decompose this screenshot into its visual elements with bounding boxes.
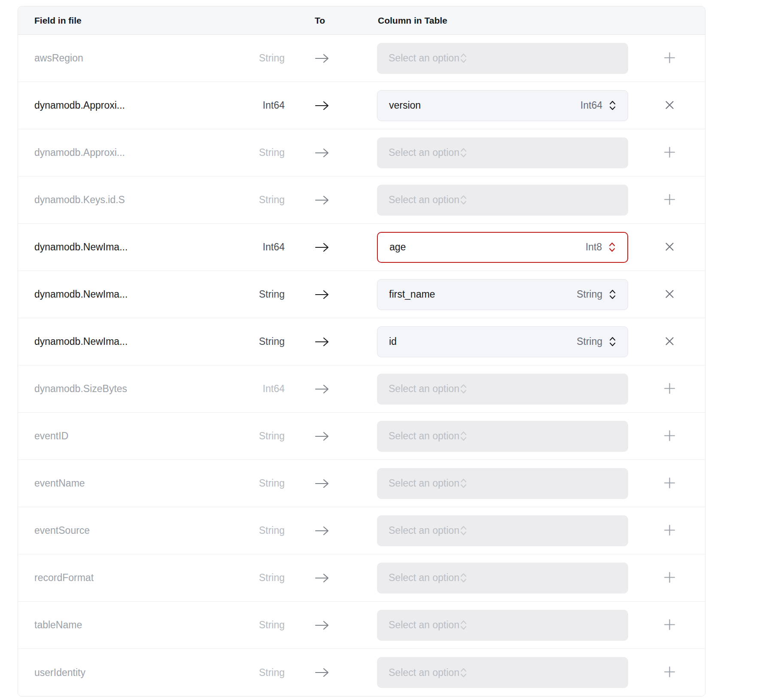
field-type: String bbox=[259, 194, 285, 206]
updown-chevron-icon bbox=[608, 336, 617, 347]
add-mapping-button[interactable] bbox=[660, 473, 680, 494]
arrow-right-icon bbox=[315, 147, 329, 158]
column-header-to: To bbox=[315, 15, 325, 26]
column-select[interactable]: age Int8 bbox=[377, 232, 628, 263]
updown-chevron-icon bbox=[459, 667, 468, 679]
arrow-right-icon bbox=[315, 53, 329, 64]
add-mapping-button[interactable] bbox=[660, 48, 680, 69]
column-select-value: Select an option bbox=[389, 194, 459, 206]
column-select-value: Select an option bbox=[389, 147, 459, 158]
field-type: String bbox=[259, 478, 285, 489]
column-select[interactable]: Select an option bbox=[377, 657, 628, 688]
mapping-rows: awsRegion String Select an option bbox=[18, 35, 705, 696]
plus-icon bbox=[663, 618, 676, 633]
column-select[interactable]: id String bbox=[377, 326, 628, 357]
column-select[interactable]: Select an option bbox=[377, 563, 628, 593]
field-name: dynamodb.Approxi... bbox=[18, 147, 232, 158]
column-select-value: Select an option bbox=[389, 667, 459, 679]
column-select-type: Int64 bbox=[581, 100, 602, 111]
column-select-type: String bbox=[577, 289, 602, 300]
field-name: eventSource bbox=[18, 525, 232, 536]
field-type: String bbox=[259, 430, 285, 442]
arrow-right-icon bbox=[315, 572, 329, 584]
column-select[interactable]: Select an option bbox=[377, 185, 628, 216]
add-mapping-button[interactable] bbox=[660, 662, 680, 683]
column-select[interactable]: first_name String bbox=[377, 279, 628, 310]
plus-icon bbox=[663, 523, 676, 538]
updown-chevron-icon bbox=[459, 572, 468, 584]
field-name: awsRegion bbox=[18, 52, 232, 64]
updown-chevron-icon bbox=[459, 619, 468, 631]
table-row: dynamodb.SizeBytes Int64 Select an optio… bbox=[18, 365, 705, 413]
column-select[interactable]: Select an option bbox=[377, 610, 628, 641]
field-type: String bbox=[259, 667, 285, 679]
column-select[interactable]: version Int64 bbox=[377, 90, 628, 121]
arrow-right-icon bbox=[315, 100, 329, 111]
field-name: eventID bbox=[18, 430, 232, 442]
column-select[interactable]: Select an option bbox=[377, 421, 628, 452]
x-icon bbox=[664, 289, 675, 301]
arrow-right-icon bbox=[315, 667, 329, 678]
arrow-right-icon bbox=[315, 478, 329, 489]
table-row: eventID String Select an option bbox=[18, 413, 705, 460]
field-type: String bbox=[259, 289, 285, 300]
add-mapping-button[interactable] bbox=[660, 520, 680, 542]
column-select-value: Select an option bbox=[389, 525, 459, 536]
column-select-type: Int8 bbox=[586, 241, 602, 253]
field-name: eventName bbox=[18, 478, 232, 489]
table-row: dynamodb.NewIma... String id String bbox=[18, 318, 705, 365]
field-type: String bbox=[259, 525, 285, 536]
column-select[interactable]: Select an option bbox=[377, 374, 628, 405]
column-select[interactable]: Select an option bbox=[377, 468, 628, 499]
add-mapping-button[interactable] bbox=[660, 189, 680, 211]
column-select-value: Select an option bbox=[389, 430, 459, 442]
arrow-right-icon bbox=[315, 620, 329, 631]
updown-chevron-icon bbox=[459, 147, 468, 158]
remove-mapping-button[interactable] bbox=[661, 285, 678, 304]
updown-chevron-icon bbox=[459, 525, 468, 536]
plus-icon bbox=[663, 51, 676, 66]
table-row: dynamodb.Keys.id.S String Select an opti… bbox=[18, 177, 705, 224]
column-select-value: Select an option bbox=[389, 572, 459, 584]
column-select[interactable]: Select an option bbox=[377, 515, 628, 546]
table-row: tableName String Select an option bbox=[18, 602, 705, 649]
add-mapping-button[interactable] bbox=[660, 378, 680, 400]
field-type: String bbox=[259, 572, 285, 584]
column-select-value: version bbox=[389, 100, 421, 111]
column-select-value: age bbox=[389, 241, 406, 253]
plus-icon bbox=[663, 429, 676, 444]
field-type: String bbox=[259, 336, 285, 347]
table-row: eventSource String Select an option bbox=[18, 507, 705, 554]
field-name: tableName bbox=[18, 619, 232, 631]
plus-icon bbox=[663, 382, 676, 396]
column-select[interactable]: Select an option bbox=[377, 43, 628, 74]
remove-mapping-button[interactable] bbox=[661, 238, 678, 257]
add-mapping-button[interactable] bbox=[660, 426, 680, 447]
remove-mapping-button[interactable] bbox=[661, 96, 678, 115]
x-icon bbox=[664, 100, 675, 112]
add-mapping-button[interactable] bbox=[660, 142, 680, 164]
field-type: Int64 bbox=[263, 383, 285, 395]
column-select[interactable]: Select an option bbox=[377, 137, 628, 168]
plus-icon bbox=[663, 665, 676, 680]
x-icon bbox=[664, 336, 675, 348]
column-select-value: Select an option bbox=[389, 383, 459, 395]
field-type: String bbox=[259, 52, 285, 64]
updown-chevron-icon bbox=[608, 289, 617, 300]
field-name: userIdentity bbox=[18, 667, 232, 679]
table-row: userIdentity String Select an option bbox=[18, 649, 705, 696]
field-name: dynamodb.SizeBytes bbox=[18, 383, 232, 395]
updown-chevron-icon bbox=[459, 383, 468, 395]
field-type: String bbox=[259, 619, 285, 631]
arrow-right-icon bbox=[315, 336, 329, 347]
add-mapping-button[interactable] bbox=[660, 567, 680, 589]
field-type: Int64 bbox=[263, 100, 285, 111]
remove-mapping-button[interactable] bbox=[661, 332, 678, 351]
updown-chevron-icon bbox=[459, 52, 468, 64]
arrow-right-icon bbox=[315, 242, 329, 253]
column-select-value: first_name bbox=[389, 289, 435, 300]
field-name: dynamodb.NewIma... bbox=[18, 336, 232, 347]
plus-icon bbox=[663, 476, 676, 491]
arrow-right-icon bbox=[315, 289, 329, 300]
add-mapping-button[interactable] bbox=[660, 615, 680, 636]
